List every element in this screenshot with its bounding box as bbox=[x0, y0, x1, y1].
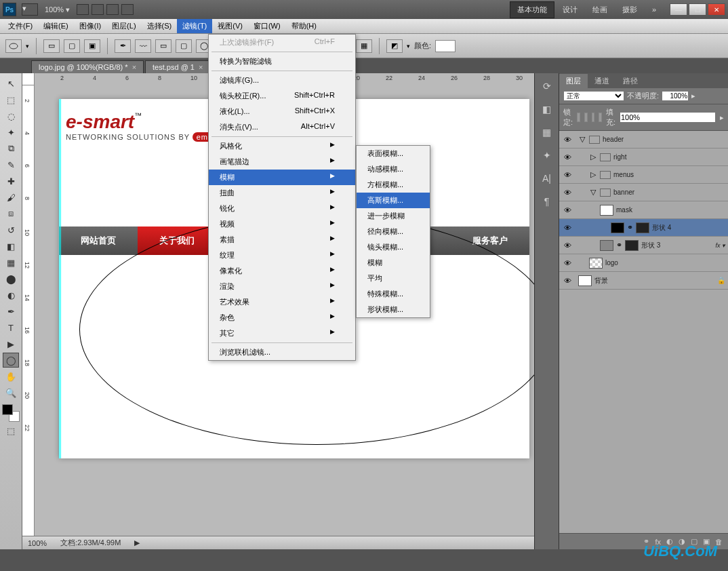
menu-0[interactable]: 文件(F) bbox=[3, 19, 38, 33]
color-swatch[interactable] bbox=[435, 40, 456, 52]
guide-vertical[interactable] bbox=[59, 99, 60, 458]
visibility-icon[interactable]: 👁 bbox=[562, 170, 573, 180]
rounded-rect-icon[interactable]: ▢ bbox=[176, 39, 192, 53]
layer-row[interactable]: 👁⚭形状 4 bbox=[559, 219, 728, 237]
ruler-origin[interactable] bbox=[22, 73, 35, 85]
fold-icon[interactable]: ▷ bbox=[589, 153, 597, 161]
workspace-design[interactable]: 设计 bbox=[556, 2, 584, 18]
menu-item[interactable]: 特殊模糊... bbox=[357, 286, 430, 302]
visibility-icon[interactable]: 👁 bbox=[562, 134, 573, 145]
menu-item[interactable]: 消失点(V)...Alt+Ctrl+V bbox=[209, 119, 355, 135]
menu-item[interactable]: 锐化▶ bbox=[209, 201, 355, 216]
menu-item[interactable]: 杂色▶ bbox=[209, 310, 355, 326]
paths-icon[interactable]: ▢ bbox=[64, 39, 80, 53]
mask-thumb[interactable] bbox=[625, 240, 639, 251]
menu-item[interactable]: 方框模糊... bbox=[357, 177, 430, 193]
swatches-panel-icon[interactable]: ▦ bbox=[540, 125, 554, 140]
layer-thumb[interactable] bbox=[600, 240, 613, 251]
menu-item[interactable]: 视频▶ bbox=[209, 216, 355, 232]
eraser-tool[interactable]: ◧ bbox=[3, 239, 19, 254]
pen-tool[interactable]: ✒ bbox=[3, 304, 19, 319]
lock-transparent-icon[interactable] bbox=[577, 113, 580, 122]
visibility-icon[interactable]: 👁 bbox=[562, 187, 573, 198]
tab-paths[interactable]: 路径 bbox=[616, 74, 645, 88]
layer-name[interactable]: 形状 4 bbox=[652, 223, 671, 233]
blend-mode-select[interactable]: 正常 bbox=[563, 91, 624, 101]
layer-name[interactable]: menus bbox=[613, 171, 634, 178]
workspace-more[interactable]: » bbox=[645, 3, 663, 16]
layer-row[interactable]: 👁⚭形状 3fx ▾ bbox=[559, 237, 728, 254]
menu-item[interactable]: 转换为智能滤镜 bbox=[209, 54, 355, 69]
gradient-tool[interactable]: ▦ bbox=[3, 255, 19, 270]
quickmask-icon[interactable]: ⬚ bbox=[3, 423, 19, 438]
status-doc-size[interactable]: 文档:2.93M/4.99M bbox=[60, 538, 121, 548]
eyedropper-tool[interactable]: ✎ bbox=[3, 157, 19, 172]
opacity-flyout-icon[interactable]: ▸ bbox=[691, 92, 695, 100]
layer-name[interactable]: 背景 bbox=[594, 276, 608, 286]
menu-6[interactable]: 视图(V) bbox=[212, 19, 248, 33]
tab-channels[interactable]: 通道 bbox=[588, 74, 616, 88]
link-icon[interactable]: ⚭ bbox=[616, 241, 622, 250]
layer-name[interactable]: mask bbox=[616, 206, 632, 214]
wand-tool[interactable]: ✦ bbox=[3, 125, 19, 140]
mask-thumb[interactable] bbox=[636, 222, 649, 233]
visibility-icon[interactable]: 👁 bbox=[562, 258, 573, 269]
freeform-pen-icon[interactable]: 〰 bbox=[135, 39, 151, 53]
layer-row[interactable]: 👁mask bbox=[559, 201, 728, 219]
arrange-icon[interactable] bbox=[77, 4, 89, 15]
crop-tool[interactable]: ⧉ bbox=[3, 141, 19, 156]
layer-row[interactable]: 👁▷right bbox=[559, 149, 728, 166]
shape-layers-icon[interactable]: ▭ bbox=[43, 39, 60, 53]
lock-position-icon[interactable] bbox=[592, 113, 595, 122]
opacity-input[interactable] bbox=[662, 91, 689, 101]
dodge-tool[interactable]: ◐ bbox=[3, 288, 19, 302]
layers-list[interactable]: 👁▽header👁▷right👁▷menus👁▽banner👁mask👁⚭形状 … bbox=[559, 131, 728, 533]
menu-item[interactable]: 高斯模糊... bbox=[357, 193, 430, 208]
link-icon[interactable]: ⚭ bbox=[627, 223, 633, 232]
menu-4[interactable]: 选择(S) bbox=[142, 19, 178, 33]
brush-tool[interactable]: 🖌 bbox=[3, 190, 19, 205]
path-exclude-icon[interactable]: ▦ bbox=[356, 39, 372, 53]
menu-item[interactable]: 平均 bbox=[357, 271, 430, 286]
menu-item[interactable]: 镜头校正(R)...Shift+Ctrl+R bbox=[209, 88, 355, 104]
minimize-button[interactable]: — bbox=[670, 3, 687, 16]
menu-item[interactable]: 模糊▶ bbox=[209, 170, 355, 185]
menu-item[interactable]: 动感模糊... bbox=[357, 161, 430, 177]
fill-flyout-icon[interactable]: ▸ bbox=[720, 113, 724, 122]
menu-3[interactable]: 图层(L) bbox=[106, 19, 141, 33]
menu-item[interactable]: 液化(L)...Shift+Ctrl+X bbox=[209, 104, 355, 119]
menu-item[interactable]: 形状模糊... bbox=[357, 302, 430, 317]
menu-item[interactable]: 滤镜库(G)... bbox=[209, 73, 355, 88]
fx-badge[interactable]: fx ▾ bbox=[715, 242, 725, 249]
menu-item[interactable]: 表面模糊... bbox=[357, 146, 430, 161]
menu-item[interactable]: 渲染▶ bbox=[209, 279, 355, 294]
document-tab[interactable]: logo.jpg @ 100%(RGB/8) *× bbox=[31, 60, 144, 73]
fold-icon[interactable]: ▽ bbox=[589, 188, 597, 197]
guide-vertical[interactable] bbox=[60, 99, 61, 458]
menu-item[interactable]: 艺术效果▶ bbox=[209, 294, 355, 310]
hand-tool[interactable]: ✋ bbox=[3, 369, 19, 384]
menu-item[interactable]: 径向模糊... bbox=[357, 224, 430, 239]
layer-row[interactable]: 👁▽header bbox=[559, 131, 728, 149]
visibility-icon[interactable]: 👁 bbox=[562, 240, 573, 251]
marquee-tool[interactable]: ⬚ bbox=[3, 92, 19, 107]
status-arrow-icon[interactable]: ▶ bbox=[134, 538, 140, 547]
workspace-photo[interactable]: 摄影 bbox=[615, 2, 644, 18]
menu-2[interactable]: 图像(I) bbox=[74, 19, 106, 33]
close-button[interactable]: ✕ bbox=[708, 3, 725, 16]
menu-item[interactable]: 画笔描边▶ bbox=[209, 154, 355, 170]
screen-mode-icon[interactable] bbox=[92, 4, 104, 15]
layer-name[interactable]: header bbox=[603, 136, 624, 143]
menu-7[interactable]: 窗口(W) bbox=[248, 19, 286, 33]
stamp-tool[interactable]: ⧇ bbox=[3, 206, 19, 221]
menu-item[interactable]: 镜头模糊... bbox=[357, 239, 430, 255]
pen-icon[interactable]: ✒ bbox=[115, 39, 131, 53]
layer-name[interactable]: 形状 3 bbox=[641, 241, 660, 250]
document-tab[interactable]: test.psd @ 1× bbox=[145, 60, 210, 73]
history-panel-icon[interactable]: ⟳ bbox=[540, 79, 554, 94]
layer-thumb[interactable] bbox=[600, 205, 613, 216]
blur-submenu[interactable]: 表面模糊...动感模糊...方框模糊...高斯模糊...进一步模糊径向模糊...… bbox=[356, 145, 430, 318]
menu-item[interactable]: 像素化▶ bbox=[209, 263, 355, 279]
visibility-icon[interactable]: 👁 bbox=[562, 152, 573, 163]
layer-row[interactable]: 👁背景🔒 bbox=[559, 272, 728, 290]
